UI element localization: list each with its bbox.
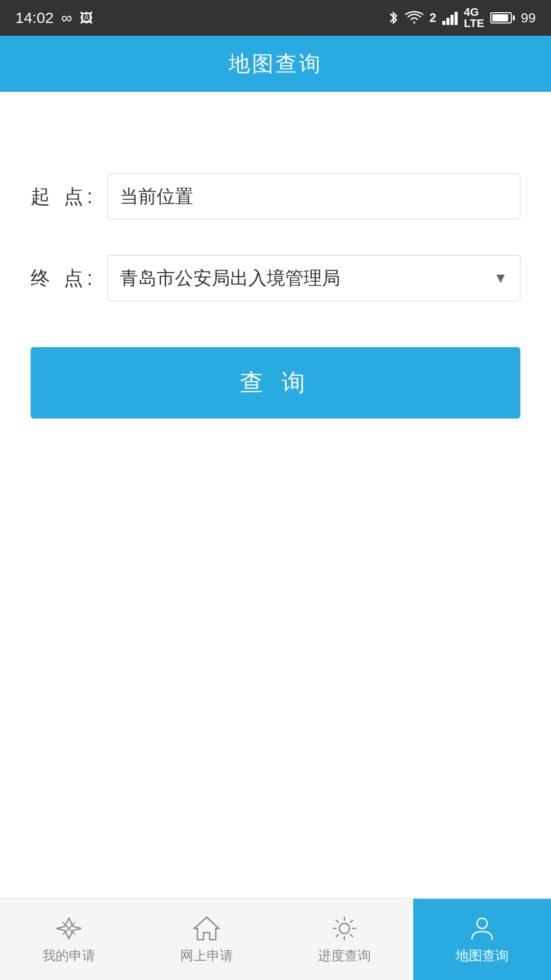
sim-icon: 2 bbox=[430, 11, 436, 25]
status-left: 14:02 ∞ 🖼 bbox=[15, 9, 93, 27]
wifi-icon bbox=[405, 11, 423, 25]
chevron-down-icon: ▼ bbox=[493, 270, 508, 286]
svg-point-1 bbox=[339, 923, 349, 934]
battery-icon bbox=[490, 12, 515, 23]
start-point-row: 起 点: bbox=[31, 174, 520, 219]
nav-my-apply-label: 我的申请 bbox=[42, 947, 95, 965]
status-bar: 14:02 ∞ 🖼 2 4GLTE bbox=[0, 0, 551, 36]
nav-map-query-label: 地图查询 bbox=[456, 947, 509, 965]
page-title: 地图查询 bbox=[229, 50, 322, 78]
start-label: 起 点: bbox=[31, 184, 107, 210]
infinity-icon: ∞ bbox=[61, 9, 72, 27]
nav-progress-query[interactable]: 进度查询 bbox=[276, 899, 413, 980]
main-content: 起 点: 终 点: 青岛市公安局出入境管理局 ▼ 查 询 bbox=[0, 92, 551, 419]
map-query-icon bbox=[468, 914, 496, 943]
svg-marker-0 bbox=[194, 917, 219, 940]
my-apply-icon bbox=[55, 914, 83, 943]
status-time: 14:02 bbox=[15, 9, 54, 27]
end-point-value: 青岛市公安局出入境管理局 bbox=[120, 266, 340, 291]
image-icon: 🖼 bbox=[80, 10, 93, 26]
bottom-nav: 我的申请 网上申请 进度查询 地图查询 bbox=[0, 898, 551, 980]
query-button[interactable]: 查 询 bbox=[31, 347, 520, 419]
signal-icon bbox=[442, 11, 458, 25]
network-type-icon: 4GLTE bbox=[464, 7, 484, 29]
nav-online-apply-label: 网上申请 bbox=[180, 947, 233, 965]
battery-level: 99 bbox=[521, 10, 536, 26]
form-section: 起 点: 终 点: 青岛市公安局出入境管理局 ▼ 查 询 bbox=[31, 174, 520, 419]
nav-progress-query-label: 进度查询 bbox=[318, 947, 371, 965]
bluetooth-icon bbox=[388, 10, 399, 26]
nav-map-query[interactable]: 地图查询 bbox=[413, 899, 551, 980]
end-label: 终 点: bbox=[31, 265, 107, 291]
end-point-row: 终 点: 青岛市公安局出入境管理局 ▼ bbox=[31, 255, 520, 301]
start-point-input[interactable] bbox=[107, 174, 520, 219]
nav-online-apply[interactable]: 网上申请 bbox=[138, 899, 276, 980]
end-point-dropdown[interactable]: 青岛市公安局出入境管理局 ▼ bbox=[107, 255, 520, 301]
svg-point-2 bbox=[477, 918, 487, 928]
app-bar: 地图查询 bbox=[0, 36, 551, 92]
nav-my-apply[interactable]: 我的申请 bbox=[0, 899, 138, 980]
status-right: 2 4GLTE 99 bbox=[388, 7, 536, 29]
online-apply-icon bbox=[192, 914, 221, 943]
progress-query-icon bbox=[330, 914, 359, 943]
